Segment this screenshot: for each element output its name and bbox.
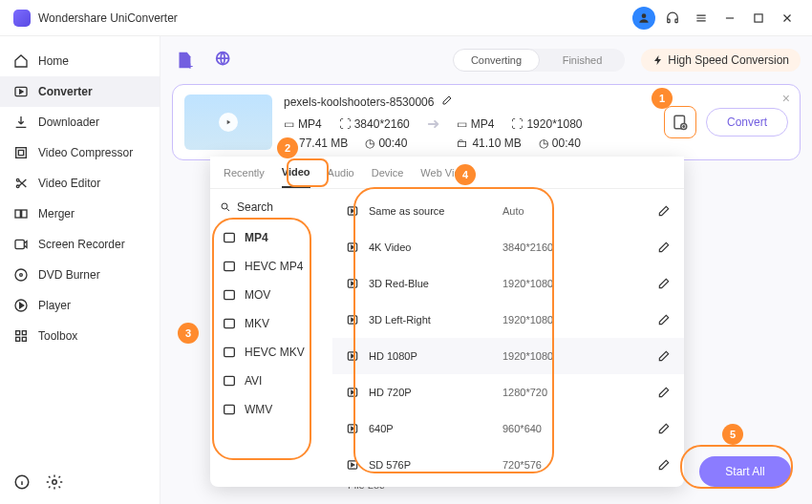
- app-logo: [13, 10, 31, 27]
- tab-finished[interactable]: Finished: [540, 49, 625, 72]
- svg-rect-10: [15, 240, 24, 248]
- format-icon: [222, 345, 237, 360]
- format-hevc-mkv[interactable]: HEVC MKV: [210, 338, 332, 367]
- edit-preset-icon[interactable]: [657, 313, 671, 326]
- dst-duration: ◷ 00:40: [539, 136, 581, 150]
- close-icon[interactable]: [776, 7, 799, 30]
- tab-recently[interactable]: Recently: [224, 157, 265, 188]
- preset-row[interactable]: 4K Video3840*2160: [332, 229, 684, 265]
- svg-rect-14: [16, 331, 20, 335]
- tab-device[interactable]: Device: [372, 157, 404, 188]
- svg-point-7: [16, 185, 19, 188]
- play-icon: [13, 298, 29, 313]
- sidebar-item-toolbox[interactable]: Toolbox: [0, 321, 160, 351]
- preset-row[interactable]: 3D Left-Right1920*1080: [332, 302, 684, 338]
- dst-resolution: ⛶ 1920*1080: [511, 117, 582, 131]
- svg-rect-30: [224, 376, 235, 385]
- preset-icon: [346, 386, 359, 399]
- preset-row[interactable]: HD 1080P1920*1080: [332, 338, 684, 374]
- svg-point-11: [15, 269, 27, 281]
- sidebar-item-editor[interactable]: Video Editor: [0, 168, 160, 199]
- add-file-button[interactable]: +: [172, 48, 197, 73]
- remove-file-button[interactable]: ×: [782, 91, 790, 106]
- converter-icon: [13, 84, 29, 99]
- marker-1: 1: [652, 88, 673, 109]
- svg-rect-31: [224, 405, 235, 413]
- high-speed-badge[interactable]: High Speed Conversion: [641, 49, 801, 72]
- tab-video[interactable]: Video: [282, 157, 310, 188]
- video-thumbnail[interactable]: [184, 94, 272, 150]
- preset-row[interactable]: 3D Red-Blue1920*1080: [332, 265, 684, 302]
- format-mkv[interactable]: MKV: [210, 309, 332, 338]
- sidebar: Home Converter Downloader Video Compress…: [0, 36, 160, 504]
- preset-name: HD 720P: [369, 387, 502, 398]
- preset-row[interactable]: 640P960*640: [332, 410, 684, 447]
- edit-preset-icon[interactable]: [657, 349, 671, 363]
- format-mp4[interactable]: MP4: [210, 223, 332, 252]
- recorder-icon: [13, 237, 29, 252]
- sidebar-item-recorder[interactable]: Screen Recorder: [0, 229, 160, 260]
- output-settings-button[interactable]: [664, 106, 696, 138]
- preset-icon: [346, 313, 359, 326]
- compressor-icon: [13, 145, 29, 160]
- preset-name: 3D Left-Right: [369, 314, 502, 326]
- rename-icon[interactable]: [441, 94, 453, 109]
- preset-res: Auto: [502, 205, 657, 217]
- sidebar-item-compressor[interactable]: Video Compressor: [0, 137, 160, 168]
- add-url-button[interactable]: [212, 48, 237, 73]
- svg-point-12: [20, 274, 23, 277]
- svg-rect-3: [755, 13, 762, 21]
- svg-rect-15: [22, 331, 26, 335]
- start-all-button[interactable]: Start All: [699, 456, 791, 487]
- format-wmv[interactable]: WMV: [210, 395, 332, 424]
- preset-res: 3840*2160: [502, 242, 657, 253]
- edit-preset-icon[interactable]: [657, 422, 671, 435]
- format-icon: [222, 259, 237, 274]
- disc-icon: [13, 267, 29, 283]
- sidebar-item-downloader[interactable]: Downloader: [0, 107, 160, 137]
- tab-audio[interactable]: Audio: [328, 157, 354, 188]
- hamburger-icon[interactable]: [690, 7, 713, 30]
- scissors-icon: [13, 176, 29, 191]
- maximize-icon[interactable]: [747, 7, 770, 30]
- format-icon: [222, 373, 237, 388]
- svg-rect-28: [224, 319, 235, 327]
- preset-res: 960*640: [502, 423, 657, 434]
- format-search[interactable]: Search: [220, 197, 323, 218]
- tab-converting[interactable]: Converting: [453, 49, 540, 72]
- preset-icon: [346, 422, 359, 435]
- format-avi[interactable]: AVI: [210, 367, 332, 395]
- preset-row[interactable]: SD 576P720*576: [332, 447, 684, 483]
- sidebar-item-merger[interactable]: Merger: [0, 199, 160, 229]
- svg-rect-26: [224, 262, 235, 270]
- edit-preset-icon[interactable]: [657, 277, 671, 290]
- preset-name: 640P: [369, 423, 502, 434]
- marker-5: 5: [722, 424, 743, 445]
- edit-preset-icon[interactable]: [657, 458, 671, 472]
- svg-rect-25: [224, 233, 235, 242]
- preset-row[interactable]: HD 720P1280*720: [332, 374, 684, 410]
- info-icon[interactable]: [13, 473, 31, 491]
- status-tabs: Converting Finished: [453, 49, 625, 72]
- preset-icon: [346, 277, 359, 290]
- src-resolution: ⛶ 3840*2160: [339, 117, 410, 131]
- settings-icon[interactable]: [46, 473, 63, 491]
- sidebar-item-player[interactable]: Player: [0, 290, 160, 321]
- format-mov[interactable]: MOV: [210, 281, 332, 309]
- user-icon[interactable]: [632, 7, 655, 30]
- edit-preset-icon[interactable]: [657, 241, 671, 254]
- format-hevc-mp4[interactable]: HEVC MP4: [210, 252, 332, 281]
- edit-preset-icon[interactable]: [657, 386, 671, 399]
- svg-point-19: [53, 480, 57, 485]
- preset-name: HD 1080P: [369, 350, 502, 362]
- sidebar-item-home[interactable]: Home: [0, 46, 160, 76]
- headset-icon[interactable]: [661, 7, 684, 30]
- format-icon: [222, 402, 237, 417]
- marker-4: 4: [455, 164, 476, 185]
- edit-preset-icon[interactable]: [657, 204, 671, 218]
- minimize-icon[interactable]: [718, 7, 741, 30]
- convert-button[interactable]: Convert: [706, 108, 788, 136]
- sidebar-item-dvd[interactable]: DVD Burner: [0, 260, 160, 290]
- preset-row[interactable]: Same as sourceAuto: [332, 193, 684, 229]
- sidebar-item-converter[interactable]: Converter: [0, 76, 160, 107]
